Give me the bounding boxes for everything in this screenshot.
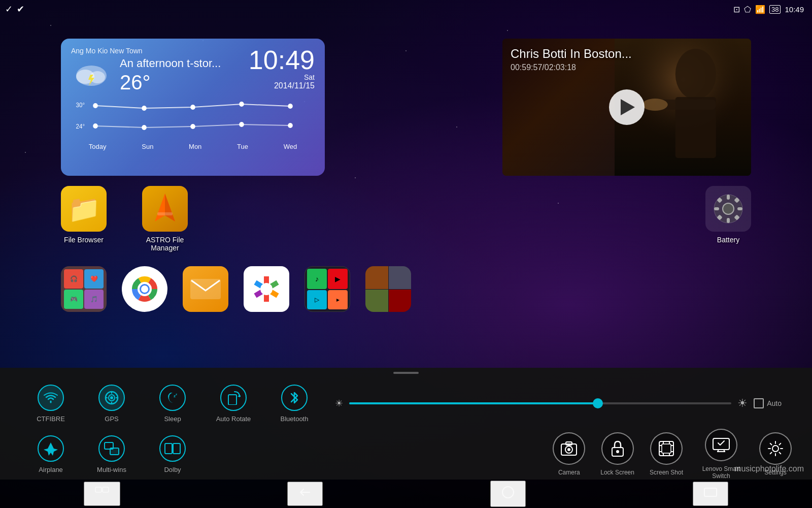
airplane-icon <box>38 435 64 462</box>
brightness-slider[interactable] <box>349 402 731 404</box>
weather-location: Ang Mo Kio New Town <box>71 47 221 55</box>
wifi-icon <box>44 392 58 403</box>
email-icon <box>183 266 228 312</box>
app-gallery[interactable] <box>365 266 411 312</box>
toggle-rotate[interactable]: Auto Rotate <box>203 385 264 423</box>
status-bar-right: ⊡ ⬠ 📶 38 10:49 <box>733 5 804 14</box>
app-battery[interactable]: Battery <box>705 186 751 244</box>
lock-screen-icon <box>601 432 634 465</box>
svg-point-13 <box>288 123 293 128</box>
lock-svg-icon <box>611 440 625 457</box>
screenshot-icon <box>650 432 683 465</box>
toggle-bluetooth[interactable]: Bluetooth <box>264 385 325 423</box>
wifi-toggle-label: CTFIBRE <box>37 415 65 423</box>
brightness-thumb[interactable] <box>593 398 603 408</box>
drawer-handle[interactable] <box>0 368 812 378</box>
status-time: 10:49 <box>785 5 804 14</box>
svg-line-85 <box>780 443 781 445</box>
weather-chart-svg: 30° 24° <box>71 98 315 139</box>
check-icon: ✔ <box>17 4 24 15</box>
play-triangle-icon <box>621 99 635 115</box>
app-astro[interactable]: ASTRO File Manager <box>137 186 193 252</box>
home-icon <box>501 486 515 499</box>
screenshot-svg-icon <box>658 440 674 457</box>
nav-recent-apps[interactable] <box>84 482 120 506</box>
app-row-1: 📁 File Browser ASTRO File Manager <box>61 186 193 252</box>
svg-point-39 <box>141 285 148 293</box>
svg-rect-64 <box>659 441 673 456</box>
camera-label: Camera <box>558 469 580 476</box>
svg-point-89 <box>502 487 514 498</box>
auto-brightness[interactable]: Auto <box>754 398 782 408</box>
battery-label: Battery <box>717 236 739 244</box>
media-duration: 00:59:57/02:03:18 <box>511 63 632 72</box>
watermark: musicphotolife.com <box>734 464 804 473</box>
bluetooth-status-icon: ⬠ <box>744 5 751 14</box>
media-thumbnail: Chris Botti In Boston... 00:59:57/02:03:… <box>502 39 751 176</box>
chrome-icon <box>122 266 167 312</box>
app-file-browser[interactable]: 📁 File Browser <box>61 186 107 244</box>
svg-rect-27 <box>727 218 730 223</box>
svg-point-8 <box>288 104 293 109</box>
day-today: Today <box>89 143 107 150</box>
svg-point-11 <box>190 124 195 129</box>
toggle-gps[interactable]: GPS <box>81 385 142 423</box>
svg-line-83 <box>770 443 772 445</box>
battery-status-icon: 38 <box>769 5 781 14</box>
svg-rect-87 <box>95 487 101 492</box>
gps-toggle-icon <box>98 385 125 411</box>
day-tue: Tue <box>237 143 248 150</box>
action-camera[interactable]: Camera <box>553 432 585 476</box>
toggle-multi-wins[interactable]: Multi-wins <box>81 435 142 473</box>
app-folder1[interactable]: 🎧 ❤️ 🎮 🎵 <box>61 266 107 312</box>
svg-point-17 <box>675 49 716 100</box>
nav-recents[interactable] <box>693 482 728 506</box>
toggle-sleep[interactable]: z z Sleep <box>142 385 203 423</box>
media-info: Chris Botti In Boston... 00:59:57/02:03:… <box>511 47 632 72</box>
camera-svg-icon <box>561 441 577 456</box>
camera-action-icon <box>553 432 585 465</box>
toggle-airplane[interactable]: Airplane <box>20 435 81 473</box>
svg-rect-65 <box>662 444 671 453</box>
gallery-icon <box>365 266 411 312</box>
weather-icon-area: An afternoon t-stor... 26° <box>71 57 221 94</box>
brightness-high-icon: ☀ <box>737 397 748 410</box>
svg-point-78 <box>772 446 779 452</box>
action-screenshot[interactable]: Screen Shot <box>650 432 683 476</box>
settings-svg-icon <box>767 440 784 457</box>
nav-back[interactable] <box>287 482 323 506</box>
svg-point-10 <box>142 125 147 130</box>
svg-point-63 <box>616 450 619 453</box>
toggle-wifi[interactable]: CTFIBRE <box>20 385 81 423</box>
svg-point-20 <box>642 99 667 111</box>
handle-bar <box>393 372 419 374</box>
play-button[interactable] <box>609 89 645 125</box>
svg-rect-28 <box>714 207 719 210</box>
multi-wins-svg-icon <box>104 442 119 455</box>
weather-date: 2014/11/15 <box>249 81 315 90</box>
recent-apps-icon <box>95 487 109 498</box>
nav-home[interactable] <box>490 481 526 507</box>
svg-rect-23 <box>157 212 173 215</box>
toggle-dolby[interactable]: Dolby <box>142 435 203 473</box>
rotate-toggle-icon <box>220 385 247 411</box>
app-chrome[interactable] <box>122 266 167 312</box>
lenovo-switch-icon <box>705 429 737 461</box>
media-widget[interactable]: Chris Botti In Boston... 00:59:57/02:03:… <box>502 39 751 176</box>
action-lock-screen[interactable]: Lock Screen <box>600 432 634 476</box>
auto-checkbox[interactable] <box>754 398 764 408</box>
app-media-folder[interactable]: ♪ ▶ ▷ ▸ <box>304 266 350 312</box>
app-email[interactable] <box>183 266 228 312</box>
status-bar-left: ✓ ✔ <box>5 4 24 15</box>
app-photos[interactable] <box>244 266 289 312</box>
status-bar: ✓ ✔ ⊡ ⬠ 📶 38 10:49 <box>0 0 812 18</box>
svg-rect-55 <box>110 448 119 455</box>
weather-chart-labels: Today Sun Mon Tue Wed <box>71 143 315 150</box>
svg-rect-56 <box>165 443 172 454</box>
cloud-lightning-icon <box>71 60 112 91</box>
monitor-svg-icon <box>713 438 730 452</box>
app-row-2: 🎧 ❤️ 🎮 🎵 <box>61 266 411 312</box>
back-icon <box>298 487 312 498</box>
svg-point-7 <box>239 102 244 107</box>
weather-widget[interactable]: Ang Mo Kio New Town An afternoon t-stor.… <box>61 39 325 176</box>
